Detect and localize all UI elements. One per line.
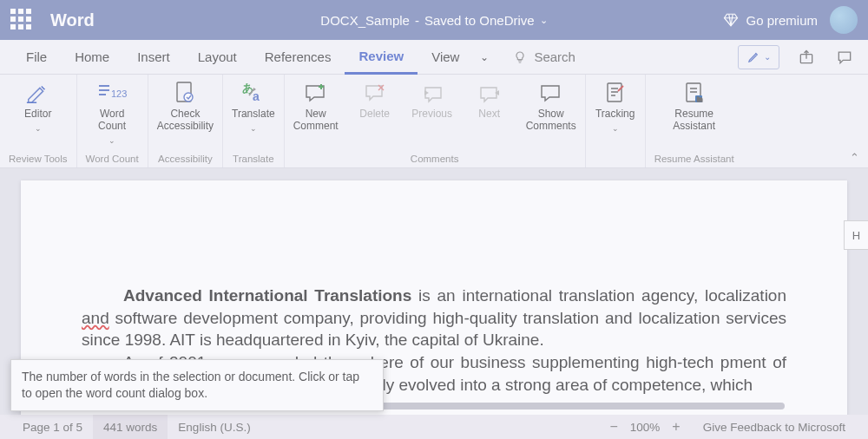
show-comments-button[interactable]: Show Comments — [526, 80, 576, 133]
tab-home[interactable]: Home — [61, 40, 123, 75]
chevron-down-icon: ⌄ — [540, 15, 548, 26]
tab-view[interactable]: View — [418, 40, 473, 75]
diamond-icon — [723, 12, 739, 28]
doc-name: DOCX_Sample — [320, 13, 410, 28]
zoom-level[interactable]: 100% — [630, 421, 661, 434]
translate-button[interactable]: あa Translate ⌄ — [232, 80, 275, 133]
lightbulb-icon — [513, 50, 527, 64]
zoom-out-button[interactable]: − — [609, 419, 617, 435]
word-count-icon: 123 — [97, 82, 127, 104]
zoom-controls: − 100% + — [609, 419, 680, 435]
svg-rect-2 — [99, 89, 109, 91]
previous-comment-icon — [421, 82, 444, 103]
tab-layout[interactable]: Layout — [184, 40, 251, 75]
tab-file[interactable]: File — [12, 40, 61, 75]
tab-review[interactable]: Review — [345, 40, 418, 75]
svg-text:123: 123 — [111, 88, 127, 99]
group-tracking: Tracking ⌄ — [586, 75, 646, 167]
chevron-down-icon: ⌄ — [108, 136, 115, 145]
ribbon: Editor ⌄ Review Tools 123 Word Count ⌄ W… — [0, 75, 868, 168]
paragraph-1[interactable]: Advanced International Translations is a… — [82, 285, 786, 351]
title-bar: Word DOCX_Sample - Saved to OneDrive ⌄ G… — [0, 0, 868, 40]
delete-comment-icon — [364, 82, 386, 103]
editor-button[interactable]: Editor ⌄ — [17, 80, 59, 133]
chevron-down-icon: ⌄ — [35, 124, 42, 133]
status-page[interactable]: Page 1 of 5 — [12, 415, 93, 439]
show-comments-icon — [539, 82, 563, 103]
share-icon — [798, 49, 815, 66]
tab-insert[interactable]: Insert — [123, 40, 184, 75]
comment-icon — [836, 49, 853, 66]
title-separator: - — [415, 13, 419, 28]
svg-rect-1 — [99, 85, 109, 87]
group-word-count: 123 Word Count ⌄ Word Count — [77, 75, 148, 167]
svg-rect-3 — [99, 94, 106, 95]
group-accessibility: Check Accessibility Accessibility — [148, 75, 223, 167]
next-comment-button[interactable]: Next — [469, 80, 510, 121]
saved-status: Saved to OneDrive — [424, 13, 535, 28]
status-bar: Page 1 of 5 441 words English (U.S.) − 1… — [0, 415, 868, 439]
side-panel-tab[interactable]: H — [844, 220, 868, 250]
tell-me-search[interactable]: Search — [513, 49, 575, 64]
comments-button[interactable] — [833, 46, 856, 69]
word-count-tooltip: The number of words in the selection or … — [10, 359, 384, 411]
ribbon-tabs: File Home Insert Layout References Revie… — [0, 40, 868, 75]
tab-references[interactable]: References — [251, 40, 345, 75]
chevron-down-icon: ⌄ — [612, 124, 619, 133]
tabs-overflow[interactable]: ⌄ — [473, 40, 496, 75]
group-resume-assistant: in Resume Assistant Resume Assistant — [646, 75, 743, 167]
delete-comment-button[interactable]: Delete — [354, 80, 396, 121]
group-translate: あa Translate ⌄ Translate — [223, 75, 285, 167]
check-accessibility-button[interactable]: Check Accessibility — [157, 80, 214, 133]
document-title[interactable]: DOCX_Sample - Saved to OneDrive ⌄ — [320, 13, 547, 28]
new-comment-icon — [304, 82, 328, 103]
zoom-in-button[interactable]: + — [672, 419, 680, 435]
resume-icon: in — [683, 81, 706, 105]
share-button[interactable] — [795, 46, 818, 69]
svg-text:a: a — [253, 89, 260, 103]
accessibility-icon — [174, 81, 196, 105]
resume-assistant-button[interactable]: in Resume Assistant — [673, 80, 715, 133]
editing-mode-button[interactable]: ⌄ — [738, 45, 779, 69]
app-name: Word — [50, 10, 95, 30]
editor-icon — [25, 81, 51, 105]
svg-point-6 — [184, 93, 193, 102]
previous-comment-button[interactable]: Previous — [411, 80, 453, 121]
collapse-ribbon-button[interactable]: ⌃ — [850, 151, 859, 164]
word-count-button[interactable]: 123 Word Count ⌄ — [91, 80, 133, 145]
new-comment-button[interactable]: New Comment — [293, 80, 339, 133]
group-review-tools: Editor ⌄ Review Tools — [0, 75, 77, 167]
chevron-down-icon: ⌄ — [764, 52, 771, 62]
next-comment-icon — [478, 82, 501, 103]
tracking-icon — [604, 81, 627, 105]
user-avatar[interactable] — [830, 6, 858, 34]
translate-icon: あa — [240, 82, 266, 104]
status-language[interactable]: English (U.S.) — [168, 415, 260, 439]
pencil-icon — [747, 50, 760, 63]
app-launcher-icon[interactable] — [10, 9, 33, 31]
svg-marker-10 — [424, 90, 429, 95]
feedback-link[interactable]: Give Feedback to Microsoft — [693, 415, 856, 439]
svg-text:in: in — [697, 96, 702, 102]
group-comments: New Comment Delete Previous Next Show Co… — [285, 75, 586, 167]
tracking-button[interactable]: Tracking ⌄ — [595, 80, 636, 133]
status-word-count[interactable]: 441 words — [93, 415, 168, 439]
chevron-down-icon: ⌄ — [250, 124, 257, 133]
go-premium-button[interactable]: Go premium — [723, 12, 818, 28]
